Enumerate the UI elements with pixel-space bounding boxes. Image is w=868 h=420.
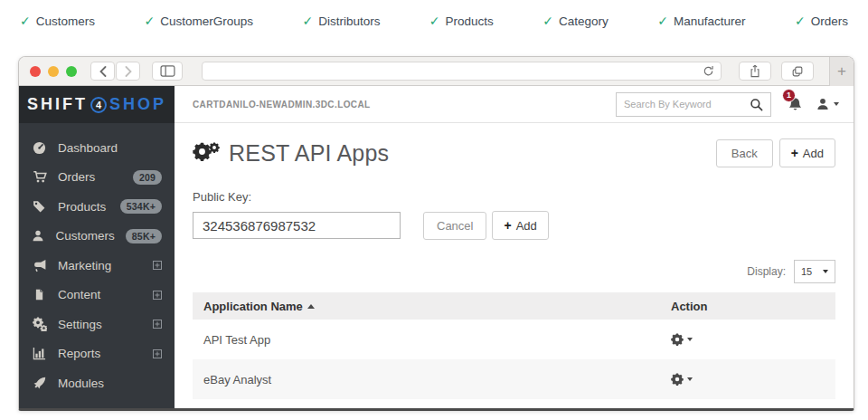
zoom-window-button[interactable] [66,66,77,77]
back-button[interactable]: Back [716,139,773,167]
notification-count-badge: 1 [782,89,796,102]
sidebar-item-label: Orders [58,170,122,184]
app-name-cell: eBay Analyst [203,373,671,387]
dashboard-icon [32,140,47,155]
account-menu-button[interactable] [816,97,839,111]
sidebar-item-reports[interactable]: Reports [19,339,175,369]
qa-label: Customers [36,14,95,28]
notifications-button[interactable]: 1 [788,97,803,112]
rocket-icon [32,376,47,390]
sidebar-item-marketing[interactable]: Marketing [19,251,175,281]
sort-ascending-icon [307,304,315,309]
qa-item-category: ✓ Category [542,14,609,28]
chevron-right-icon [125,66,132,77]
reload-icon[interactable] [703,65,714,77]
tab-overview-button[interactable] [781,62,814,81]
public-key-section: Public Key: Cancel + Add [193,190,835,240]
gear-icon [671,373,684,386]
qa-label: Distributors [318,14,380,28]
cart-icon [32,170,47,185]
minimize-window-button[interactable] [48,66,59,77]
check-icon: ✓ [302,14,313,28]
sidebar-item-customers[interactable]: Customers 85K+ [19,222,175,252]
qa-status-bar: ✓ Customers ✓ CustomerGroups ✓ Distribut… [0,0,868,42]
table-header-row: Application Name Action [193,292,835,320]
qa-item-manufacturer: ✓ Manufacturer [657,14,745,28]
qa-label: Category [559,14,609,28]
sidebar-item-label: Modules [58,377,162,390]
column-header-application-name[interactable]: Application Name [203,300,671,313]
api-apps-icon [193,140,220,166]
sidebar-item-products[interactable]: Products 534K+ [19,192,175,222]
tags-icon [32,199,47,214]
back-nav-button[interactable] [90,62,115,81]
page-title: REST API Apps [229,140,389,167]
chevron-down-icon [834,102,839,106]
admin-app: SHIFT 4 SHOP Dashboard Orders 209 [19,86,854,408]
logo-four-badge: 4 [90,97,107,113]
sidebar-item-label: Reports [58,347,142,360]
window-controls [30,66,77,77]
plus-icon: + [504,218,511,233]
address-bar[interactable] [202,62,722,81]
qa-item-distributors: ✓ Distributors [302,14,380,28]
search-input[interactable] [624,99,746,110]
sidebar-item-label: Dashboard [58,141,162,155]
customers-count-badge: 85K+ [126,229,162,243]
admin-top-bar: CARTDANILO-NEWADMIN.3DC.LOCAL 1 [175,86,854,123]
share-icon [749,64,761,78]
browser-window: + SHIFT 4 SHOP Dashboard [18,56,854,411]
close-window-button[interactable] [30,66,41,77]
document-icon [32,288,47,302]
check-icon: ✓ [795,14,806,28]
row-action-menu-button[interactable] [671,373,825,386]
app-name-cell: API Test App [203,333,671,347]
chevron-down-icon [687,377,693,381]
row-action-menu-button[interactable] [671,333,825,346]
display-count-select[interactable]: 15 [794,260,835,283]
confirm-add-button[interactable]: + Add [492,211,548,240]
products-count-badge: 534K+ [120,199,162,214]
expand-plus-icon[interactable] [153,261,162,270]
add-app-button[interactable]: + Add [779,138,835,167]
new-tab-button[interactable]: + [829,57,854,86]
public-key-label: Public Key: [193,190,835,204]
sidebar-item-label: Marketing [58,259,142,272]
qa-label: Manufacturer [674,14,746,28]
sidebar-item-modules[interactable]: Modules [19,368,175,398]
column-label: Application Name [203,300,303,313]
check-icon: ✓ [144,14,155,28]
table-row: API Test App [193,320,835,359]
sidebar-item-dashboard[interactable]: Dashboard [19,133,175,163]
chevron-left-icon [99,66,107,77]
sidebar-item-settings[interactable]: Settings [19,310,175,339]
qa-item-customers: ✓ Customers [20,14,95,28]
column-header-action: Action [671,300,825,313]
expand-plus-icon[interactable] [153,291,162,300]
check-icon: ✓ [657,14,668,28]
user-icon [816,97,830,111]
sidebar-item-content[interactable]: Content [19,281,175,310]
check-icon: ✓ [20,14,31,28]
display-label: Display: [747,265,786,278]
search-icon[interactable] [750,98,763,111]
tabs-icon [791,65,804,78]
expand-plus-icon[interactable] [153,349,162,358]
public-key-input[interactable] [193,212,401,239]
browser-nav-buttons [90,62,140,81]
cancel-button[interactable]: Cancel [423,212,486,240]
browser-toolbar: + [19,57,854,86]
sidebar-toggle-button[interactable] [152,62,183,81]
sidebar-item-orders[interactable]: Orders 209 [19,163,175,193]
sidebar-icon [160,65,175,77]
logo-text-shift: SHIFT [27,95,88,114]
sidebar: SHIFT 4 SHOP Dashboard Orders 209 [19,86,175,408]
qa-item-products: ✓ Products [429,14,494,28]
keyword-search-box [616,92,771,117]
expand-plus-icon[interactable] [153,320,162,329]
check-icon: ✓ [542,14,553,28]
forward-nav-button[interactable] [116,62,140,81]
shift4shop-logo[interactable]: SHIFT 4 SHOP [19,86,175,123]
plus-icon: + [791,146,798,160]
share-button[interactable] [739,62,771,81]
